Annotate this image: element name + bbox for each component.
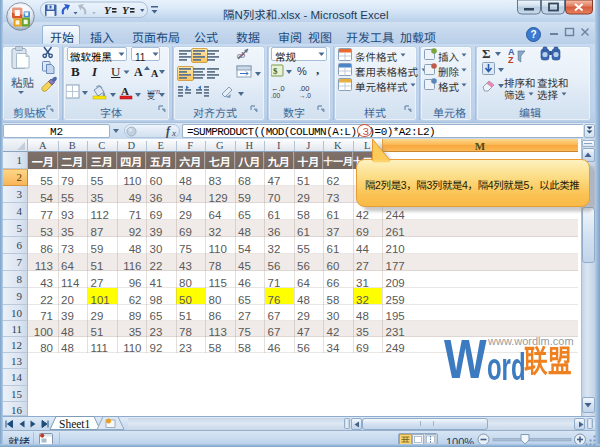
svg-text:→.0: →.0 [299,92,311,99]
svg-text:,: , [316,63,319,77]
svg-text:?: ? [531,29,537,40]
svg-text:%: % [297,65,307,77]
svg-text:Z: Z [508,55,514,63]
svg-text:ab: ab [237,51,245,60]
svg-text:.00: .00 [271,92,280,99]
svg-text:$: $ [273,66,278,76]
svg-text:Σ: Σ [482,46,491,60]
svg-text:变: 变 [147,90,155,100]
svg-text:A: A [121,85,129,97]
